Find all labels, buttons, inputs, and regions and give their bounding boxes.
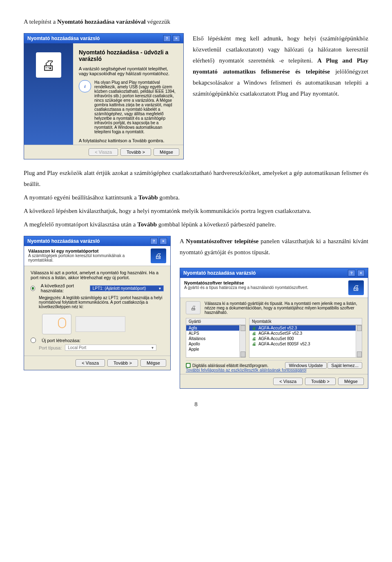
- para1: Első lépésként meg kell adnunk, hogy hel…: [193, 33, 368, 99]
- para2: Plug and Play eszközök alatt értjük azok…: [24, 168, 368, 190]
- signed-label: Digitális aláírással ellátott illesztőpr…: [192, 363, 268, 368]
- close-icon[interactable]: ×: [173, 35, 180, 42]
- para3-suf: gombra.: [158, 194, 180, 201]
- connector-art: [42, 314, 164, 334]
- wiz2-note: Megjegyzés: A legtöbb számítógép az LPT1…: [39, 296, 164, 309]
- more-info-link[interactable]: További felvilágosítás az eszközillesztő…: [186, 368, 306, 372]
- next-button[interactable]: Tovább >: [120, 148, 151, 156]
- wiz1-continue: A folytatáshoz kattintson a Tovább gombr…: [79, 138, 178, 143]
- list-item[interactable]: Apollo: [186, 341, 245, 347]
- model-listbox[interactable]: 🖨AGFA-AccuSet v52.3 🖨AGFA-AccuSetSF v52.…: [249, 325, 362, 358]
- para3-pre: A nyomtató egyéni beállításához kattints…: [24, 194, 138, 201]
- list-item[interactable]: ALPS: [186, 331, 245, 336]
- port-dropdown-value: LPT1: (Ajánlott nyomtatóport): [93, 286, 146, 291]
- wiz2-titlebar: Nyomtató hozzáadása varázsló ? ×: [24, 236, 170, 246]
- cancel-button[interactable]: Mégse: [140, 359, 166, 367]
- close-icon[interactable]: ×: [357, 270, 365, 276]
- wiz3-titlebar: Nyomtató hozzáadása varázsló ? ×: [180, 268, 368, 278]
- list-item[interactable]: Általános: [186, 336, 245, 341]
- lead-paragraph: A telepítést a Nyomtató hozzáadása varáz…: [24, 16, 368, 27]
- port-dropdown[interactable]: LPT1: (Ajánlott nyomtatóport) ▾: [90, 285, 164, 291]
- connector-cable-icon: [76, 316, 125, 332]
- wiz1-heading: Nyomtató hozzáadása - üdvözli a varázsló: [79, 49, 178, 62]
- wizard-welcome: Nyomtató hozzáadása varázsló ? × 🖨 Nyomt…: [24, 33, 184, 159]
- port-type-dropdown[interactable]: Local Port ▾: [65, 345, 156, 351]
- list-item[interactable]: 🖨AGFA-AccuSet v52.3: [249, 325, 362, 331]
- list-item[interactable]: 🖨AGFA-AccuSet 800: [249, 336, 362, 341]
- model-label: AGFA-AccuSet v52.3: [258, 326, 297, 330]
- para6: A Nyomtatószoftver telepítése panelen vá…: [180, 236, 368, 258]
- printer-icon: 🖨: [348, 280, 364, 295]
- wizard-driver: Nyomtató hozzáadása varázsló ? × Nyomtat…: [180, 268, 368, 389]
- close-icon[interactable]: ×: [160, 238, 167, 244]
- help-icon[interactable]: ?: [163, 35, 171, 42]
- lead-suffix: végezzük: [146, 18, 170, 25]
- wiz2-hs: A számítógépek portokon keresztül kommun…: [28, 253, 151, 262]
- wiz1-sidebar-art: 🖨: [24, 43, 73, 145]
- radio-use-port-label: A következő port használata:: [41, 283, 87, 293]
- model-label: AGFA-AccuSet 800: [258, 336, 294, 341]
- certificate-icon: [186, 363, 191, 368]
- wiz3-lead: Válassza ki a nyomtató gyártóját és típu…: [205, 301, 362, 315]
- wiz2-lead: Válassza ki azt a portot, amelyet a nyom…: [31, 270, 164, 280]
- scrollbar[interactable]: [239, 325, 245, 357]
- back-button[interactable]: < Vissza: [89, 148, 118, 156]
- have-disk-button[interactable]: Saját lemez...: [327, 362, 362, 369]
- printer-icon: 🖨: [36, 52, 61, 78]
- wiz3-hs: A gyártó és a típus határozza meg a hasz…: [184, 285, 308, 290]
- list-item[interactable]: 🖨AGFA-AccuSetSF v52.3: [249, 331, 362, 336]
- info-icon: i: [79, 80, 91, 92]
- chevron-down-icon: ▾: [159, 286, 161, 291]
- para5-suf: gombbal lépünk a következő párbeszéd pan…: [157, 221, 276, 228]
- para6-pre: A: [180, 238, 186, 244]
- mfr-listbox[interactable]: Agfa ALPS Általános Apollo Apple: [186, 325, 246, 358]
- wiz1-title: Nyomtató hozzáadása varázsló: [27, 36, 100, 41]
- para5-bold: Tovább: [137, 221, 157, 228]
- chevron-down-icon: ▾: [151, 345, 154, 350]
- wizard-port: Nyomtató hozzáadása varázsló ? × Válassz…: [24, 236, 171, 370]
- driver-icon: 🖨: [252, 331, 256, 336]
- scrollbar[interactable]: [356, 325, 362, 357]
- cancel-button[interactable]: Mégse: [338, 378, 364, 385]
- next-button[interactable]: Tovább >: [305, 378, 336, 385]
- radio-new-port-label: Új port létrehozása:: [42, 338, 80, 343]
- list-item[interactable]: 🖨AGFA-AccuSet 800SF v52.3: [249, 341, 362, 347]
- para3-bold: Tovább: [138, 194, 158, 201]
- model-label: AGFA-AccuSet 800SF v52.3: [258, 342, 310, 346]
- help-icon[interactable]: ?: [348, 270, 355, 276]
- model-header: Nyomtatók: [249, 318, 362, 325]
- para6-bold: Nyomtatószoftver telepítése: [186, 238, 258, 244]
- wiz1-info: Ha olyan Plug and Play nyomtatóval rende…: [94, 80, 178, 134]
- help-icon[interactable]: ?: [150, 238, 158, 244]
- connector-printer-icon: [42, 314, 71, 334]
- wiz2-title: Nyomtató hozzáadása varázsló: [27, 238, 100, 244]
- driver-icon: 🖨: [252, 342, 256, 346]
- para5: A megfelelő nyomtatóport kiválasztása ut…: [24, 219, 368, 230]
- wiz3-title: Nyomtató hozzáadása varázsló: [183, 270, 256, 276]
- printer-icon: 🖨: [151, 249, 166, 263]
- para4: A következő lépésben kiválaszthatjuk, ho…: [24, 206, 368, 217]
- next-button[interactable]: Tovább >: [107, 359, 138, 367]
- page-number: 8: [24, 401, 368, 408]
- para5-pre: A megfelelő nyomtatóport kiválasztása ut…: [24, 221, 137, 228]
- wiz1-titlebar: Nyomtató hozzáadása varázsló ? ×: [24, 34, 183, 43]
- mfr-header: Gyártó: [186, 318, 246, 325]
- wiz1-line1: A varázsló segítségével nyomtatót telepí…: [79, 66, 178, 76]
- back-button[interactable]: < Vissza: [76, 359, 105, 367]
- back-button[interactable]: < Vissza: [273, 378, 303, 385]
- printer-icon: 🖨: [186, 301, 200, 314]
- radio-new-port[interactable]: [31, 338, 36, 343]
- wiz3-hh: Nyomtatószoftver telepítése: [184, 280, 308, 285]
- list-item[interactable]: Agfa: [186, 325, 245, 331]
- para3: A nyomtató egyéni beállításához kattints…: [24, 192, 368, 203]
- cancel-button[interactable]: Mégse: [154, 148, 179, 156]
- port-type-value: Local Port: [68, 345, 86, 350]
- list-item[interactable]: Apple: [186, 347, 245, 352]
- port-type-label: Port típusa:: [39, 345, 62, 350]
- model-label: AGFA-AccuSetSF v52.3: [258, 331, 302, 336]
- lead-prefix: A telepítést a: [24, 18, 57, 25]
- driver-icon: 🖨: [252, 326, 256, 330]
- wiz2-hh: Válasszon ki egy nyomtatóportot: [28, 249, 151, 253]
- radio-use-port[interactable]: [31, 286, 35, 291]
- lead-bold: Nyomtató hozzáadása varázslóval: [57, 18, 146, 25]
